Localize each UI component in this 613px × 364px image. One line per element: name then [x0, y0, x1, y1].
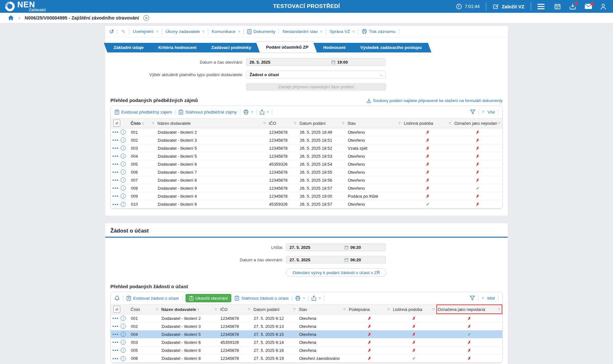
- menu-sprava-vz[interactable]: Správa VZ▽: [330, 29, 354, 34]
- row-info-icon[interactable]: i: [121, 356, 126, 361]
- menu-ukony-zadavatele[interactable]: Úkony zadavatele▽: [165, 29, 204, 34]
- column-header[interactable]: IČO ▽: [219, 305, 252, 314]
- filter-scope-label[interactable]: Vše: [488, 110, 495, 115]
- row-actions-icon[interactable]: ●●●: [112, 317, 119, 320]
- history-icon[interactable]: ↺: [109, 29, 114, 35]
- breadcrumb-item[interactable]: N006/25/V00004995 - Zajištění závodního …: [25, 15, 139, 20]
- finish-opening-button[interactable]: Ukončit otevírání: [186, 294, 231, 302]
- column-chooser-icon[interactable]: ⇄: [113, 306, 120, 313]
- row-info-icon[interactable]: i: [121, 202, 126, 207]
- column-filter-icon[interactable]: ▽: [497, 122, 500, 125]
- tab-kriteria-hodnoceni[interactable]: Kritéria hodnocení: [152, 43, 203, 52]
- dropdown-caret-icon[interactable]: ▽: [319, 297, 321, 300]
- app-logo[interactable]: NEN Zadavatel: [5, 1, 46, 12]
- calendar-icon[interactable]: [331, 60, 335, 64]
- downloads-button[interactable]: [569, 3, 576, 10]
- submission-type-select[interactable]: Žádost o účast ⌄: [246, 71, 386, 78]
- column-header[interactable]: Podepsána ▽: [347, 305, 392, 314]
- filter-funnel-icon[interactable]: [470, 109, 475, 115]
- row-info-icon[interactable]: i: [121, 178, 126, 183]
- column-header[interactable]: Označena jako nepodaná ▽: [436, 305, 502, 314]
- table-row[interactable]: ●●●i003Dodavatel - školení 51234567826. …: [111, 144, 502, 152]
- column-filter-icon[interactable]: ▽: [341, 122, 344, 125]
- start-next-phase-button[interactable]: Zahájit přípravu následující fáze podání: [246, 83, 386, 91]
- add-interest-button[interactable]: Evidovat předběžný zájem: [115, 109, 172, 115]
- column-filter-icon[interactable]: ▽: [386, 308, 390, 311]
- user-profile-button[interactable]: [600, 3, 607, 10]
- dropdown-caret-icon[interactable]: ▽: [251, 111, 253, 114]
- tab-zakladni-udaje[interactable]: Základní údaje: [107, 43, 150, 52]
- dropdown-caret-icon[interactable]: ▽: [303, 297, 305, 300]
- calendar-button[interactable]: [554, 3, 561, 10]
- column-header[interactable]: Datum podání ▽: [252, 305, 298, 314]
- column-header[interactable]: Název dodavatele ▽: [156, 118, 267, 128]
- opening-datetime-input[interactable]: 26. 5. 2025 19:00: [246, 58, 386, 66]
- table-row[interactable]: ●●●i002Dodavatel - školení 31234567827. …: [111, 322, 502, 330]
- table-row[interactable]: ●●●i005Dodavatel - školení 64535932626. …: [111, 160, 502, 168]
- print-record-button[interactable]: Tisk záznamu: [362, 29, 395, 34]
- table-row[interactable]: ●●●i006Dodavatel - školení 71234567826. …: [111, 168, 502, 176]
- row-actions-icon[interactable]: ●●●: [112, 138, 119, 142]
- row-actions-icon[interactable]: ●●●: [112, 162, 119, 166]
- table-row[interactable]: ●●●i005Dodavatel - školení 81234567827. …: [111, 346, 502, 354]
- row-info-icon[interactable]: i: [121, 154, 126, 159]
- download-requests-button[interactable]: Stáhnout žádosti o účast: [235, 296, 289, 301]
- export-button[interactable]: ▽: [312, 296, 321, 301]
- column-header[interactable]: Datum podání ▽: [298, 118, 346, 128]
- tab-hodnoceni[interactable]: Hodnocení: [317, 43, 352, 52]
- table-row[interactable]: ●●●i004Dodavatel - školení 51234567826. …: [111, 152, 502, 160]
- row-actions-icon[interactable]: ●●●: [112, 154, 119, 158]
- pencil-icon[interactable]: ✎: [121, 29, 125, 35]
- table-row[interactable]: ●●●i002Dodavatel - školení 31234567826. …: [111, 136, 502, 144]
- print-table-button[interactable]: ▽: [295, 296, 305, 301]
- menu-uverejneni[interactable]: Uveřejnění▽: [133, 29, 158, 34]
- close-icon[interactable]: ✕: [143, 15, 149, 21]
- column-header[interactable]: Označen jako nepodaný ▽: [453, 118, 502, 128]
- column-filter-icon[interactable]: ▽: [155, 308, 158, 311]
- dropdown-caret-icon[interactable]: ▽: [267, 111, 269, 114]
- row-info-icon[interactable]: i: [121, 340, 126, 345]
- scope-caret-icon[interactable]: ▽: [482, 110, 484, 114]
- messages-button[interactable]: [585, 4, 592, 9]
- bell-icon[interactable]: [115, 296, 120, 301]
- filter-funnel-icon[interactable]: [470, 296, 475, 301]
- column-filter-icon[interactable]: ▽: [292, 308, 296, 311]
- menu-komunikace[interactable]: Komunikace▽: [212, 29, 240, 34]
- row-info-icon[interactable]: i: [121, 324, 126, 329]
- column-filter-icon[interactable]: ▽: [293, 122, 296, 125]
- download-interests-button[interactable]: Stáhnout předběžné zájmy: [179, 109, 237, 115]
- row-actions-icon[interactable]: ●●●: [112, 357, 119, 360]
- add-request-button[interactable]: Evidovat žádost o účast: [126, 296, 179, 301]
- row-actions-icon[interactable]: ●●●: [112, 131, 119, 134]
- column-filter-icon[interactable]: ▽: [247, 308, 250, 311]
- table-row[interactable]: ●●●i010Dodavatel - školení 64535932626. …: [111, 200, 502, 208]
- column-header[interactable]: Stav ▽: [298, 305, 347, 314]
- table-row[interactable]: ●●●i001Dodavatel - školení 21234567827. …: [111, 314, 502, 322]
- column-header[interactable]: Stav ▽: [346, 118, 402, 128]
- create-vz-button[interactable]: Založit VZ: [493, 3, 524, 10]
- tab-vysledek-zadavaciho-postupu[interactable]: Výsledek zadávacího postupu: [354, 43, 428, 52]
- table-row[interactable]: ●●●i001Dodavatel - školení 21234567826. …: [111, 128, 502, 136]
- table-row[interactable]: ●●●i007Dodavatel - školení 81234567826. …: [111, 176, 502, 184]
- row-info-icon[interactable]: i: [121, 146, 126, 151]
- row-actions-icon[interactable]: ●●●: [112, 341, 119, 344]
- table-row[interactable]: ●●●i004Dodavatel - školení 51234567827. …: [111, 330, 502, 338]
- calendar-icon[interactable]: [345, 258, 348, 262]
- column-filter-icon[interactable]: ▽: [497, 308, 500, 311]
- print-table-button[interactable]: ▽: [243, 110, 253, 115]
- row-info-icon[interactable]: i: [121, 138, 126, 143]
- row-info-icon[interactable]: i: [121, 170, 126, 175]
- row-info-icon[interactable]: i: [121, 332, 126, 337]
- column-header[interactable]: Listinná podoba ▽: [392, 305, 436, 314]
- column-filter-icon[interactable]: ▽: [213, 308, 217, 311]
- submission-files-link[interactable]: Soubory podání najdete připravené ke sta…: [367, 98, 503, 103]
- row-info-icon[interactable]: i: [121, 316, 126, 321]
- tab-podani-ucastniku-zp[interactable]: Podání účastníků ZP: [259, 42, 315, 52]
- row-info-icon[interactable]: i: [121, 162, 126, 167]
- export-button[interactable]: ▽: [260, 109, 269, 115]
- menu-nestandardni-stav[interactable]: Nestandardní stav▽: [283, 29, 322, 34]
- row-info-icon[interactable]: i: [121, 348, 126, 353]
- table-row[interactable]: ●●●i008Dodavatel - školení 91234567826. …: [111, 184, 502, 192]
- row-info-icon[interactable]: i: [121, 186, 126, 191]
- column-filter-icon[interactable]: ▽: [448, 122, 451, 125]
